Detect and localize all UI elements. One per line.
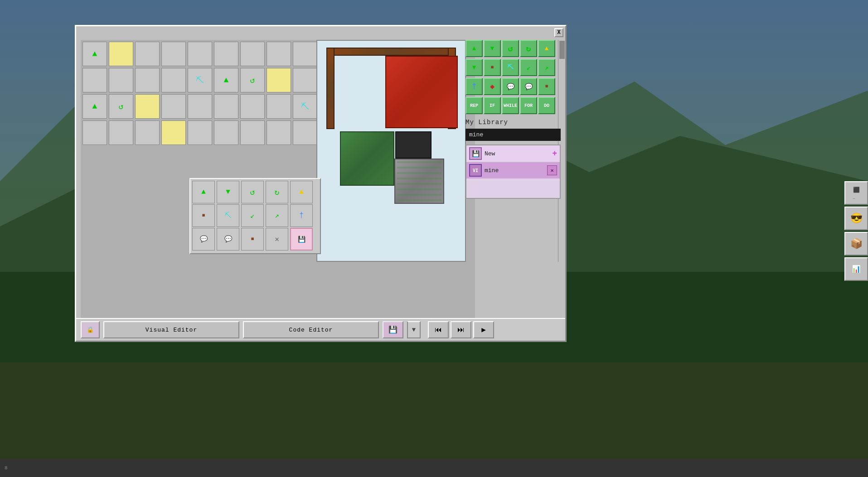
- jump-btn[interactable]: [538, 40, 555, 57]
- tooltip-row-3: 💾: [192, 228, 318, 251]
- attack-btn[interactable]: †: [466, 78, 483, 95]
- destroy-btn[interactable]: ◆: [484, 78, 501, 95]
- save-arrow[interactable]: ▼: [407, 321, 421, 338]
- tooltip-forward-btn[interactable]: [192, 181, 215, 203]
- play-btn[interactable]: ▶: [473, 321, 494, 338]
- grid-cell[interactable]: [135, 94, 160, 119]
- grid-cell[interactable]: [161, 94, 186, 119]
- tooltip-mine-btn[interactable]: [217, 204, 239, 227]
- grid-cell[interactable]: [135, 68, 160, 92]
- save-icon: 💾: [298, 236, 305, 243]
- grid-cell[interactable]: [161, 42, 186, 66]
- grid-cell[interactable]: [161, 68, 186, 92]
- grid-cell[interactable]: [82, 42, 107, 66]
- grid-cell[interactable]: [161, 120, 186, 145]
- tooltip-brown-btn[interactable]: [241, 228, 264, 251]
- step-btn[interactable]: ⏭: [451, 321, 471, 338]
- library-search-input[interactable]: [466, 129, 561, 141]
- grid-cell[interactable]: [82, 94, 107, 119]
- visual-editor-btn[interactable]: Visual Editor: [103, 321, 239, 338]
- delete-mine-button[interactable]: ✕: [547, 165, 557, 175]
- grid-cell[interactable]: [267, 42, 291, 66]
- save-program-btn[interactable]: 💾: [383, 321, 403, 338]
- library-new-item[interactable]: 💾 New +: [466, 145, 560, 162]
- green-block: [340, 131, 394, 186]
- library-title: My Library: [466, 119, 561, 126]
- move-back-btn[interactable]: [484, 40, 501, 57]
- grid-cell[interactable]: [188, 120, 212, 145]
- tooltip-row-2: ↙ ↗ †: [192, 204, 318, 227]
- print-btn[interactable]: [520, 78, 537, 95]
- code-editor-btn[interactable]: Code Editor: [243, 321, 379, 338]
- strafe-left-btn[interactable]: ↙: [520, 59, 537, 76]
- grid-cell[interactable]: [109, 42, 133, 66]
- if-btn[interactable]: IF: [484, 97, 501, 114]
- tooltip-close-btn[interactable]: [266, 228, 288, 251]
- tooltip-back-btn[interactable]: [217, 181, 239, 203]
- say-btn[interactable]: [502, 78, 519, 95]
- grid-cell[interactable]: [135, 120, 160, 145]
- grid-cell[interactable]: [82, 68, 107, 92]
- lock-button[interactable]: 🔒: [81, 321, 100, 338]
- grid-cell[interactable]: [293, 120, 317, 145]
- grid-cell[interactable]: [214, 42, 238, 66]
- place-block-btn[interactable]: [484, 59, 501, 76]
- item-btn[interactable]: [538, 78, 555, 95]
- mine-btn[interactable]: [502, 59, 519, 76]
- pickaxe-icon: [507, 64, 514, 71]
- tooltip-save-btn[interactable]: 💾: [290, 228, 313, 251]
- turn-right-icon: [526, 43, 531, 53]
- tooltip-print-btn[interactable]: [217, 228, 239, 251]
- terminal-btn[interactable]: ⬛_: [844, 181, 868, 205]
- close-button[interactable]: X: [554, 28, 563, 37]
- rewind-btn[interactable]: ⏮: [428, 321, 449, 338]
- tooltip-jump-btn[interactable]: [290, 181, 313, 203]
- tooltip-block-btn[interactable]: [192, 204, 215, 227]
- grid-cell[interactable]: [109, 68, 133, 92]
- grid-cell[interactable]: [267, 94, 291, 119]
- turn-left-btn[interactable]: [502, 40, 519, 57]
- arrow-up-icon: [472, 45, 476, 52]
- grid-cell[interactable]: [109, 120, 133, 145]
- grid-cell[interactable]: [214, 94, 238, 119]
- grid-cell[interactable]: [293, 68, 317, 92]
- grid-cell[interactable]: [293, 94, 317, 119]
- back-icon: [226, 188, 230, 196]
- grid-cell[interactable]: [240, 94, 265, 119]
- library-mine-item[interactable]: VI mine ✕: [466, 162, 560, 178]
- stats-btn[interactable]: 📊: [844, 257, 868, 281]
- tooltip-speech-btn[interactable]: [192, 228, 215, 251]
- move-forward-btn[interactable]: [466, 40, 483, 57]
- chest-btn[interactable]: 📦: [844, 232, 868, 255]
- grid-cell[interactable]: [240, 68, 265, 92]
- tooltip-turn-left-btn[interactable]: [241, 181, 264, 203]
- grid-cell[interactable]: [214, 68, 238, 92]
- strafe-right-btn[interactable]: ↗: [538, 59, 555, 76]
- grid-cell[interactable]: [214, 120, 238, 145]
- grid-cell[interactable]: [188, 68, 212, 92]
- do-btn[interactable]: DO: [538, 97, 555, 114]
- while-btn[interactable]: WHILE: [502, 97, 519, 114]
- tooltip-strafe-r-btn[interactable]: ↗: [266, 204, 288, 227]
- rep-btn[interactable]: REP: [466, 97, 483, 114]
- turn-right-btn[interactable]: [520, 40, 537, 57]
- for-btn[interactable]: FOR: [520, 97, 537, 114]
- grid-cell[interactable]: [240, 120, 265, 145]
- grid-cell[interactable]: [135, 42, 160, 66]
- tooltip-turn-right-btn[interactable]: [266, 181, 288, 203]
- grid-cell[interactable]: [188, 42, 212, 66]
- grid-cell[interactable]: [267, 120, 291, 145]
- turn-left-icon: [508, 43, 513, 53]
- grid-cell[interactable]: [240, 42, 265, 66]
- grid-cell[interactable]: [293, 42, 317, 66]
- grid-cell[interactable]: [188, 94, 212, 119]
- grid-cell[interactable]: [82, 120, 107, 145]
- player-btn[interactable]: 😎: [844, 207, 868, 230]
- add-item-button[interactable]: +: [552, 149, 557, 158]
- tooltip-sword-btn[interactable]: †: [290, 204, 313, 227]
- grid-cell[interactable]: [267, 68, 291, 92]
- move-down-btn[interactable]: [466, 59, 483, 76]
- mine-save-icon: VI: [473, 168, 478, 173]
- grid-cell[interactable]: [109, 94, 133, 119]
- tooltip-strafe-l-btn[interactable]: ↙: [241, 204, 264, 227]
